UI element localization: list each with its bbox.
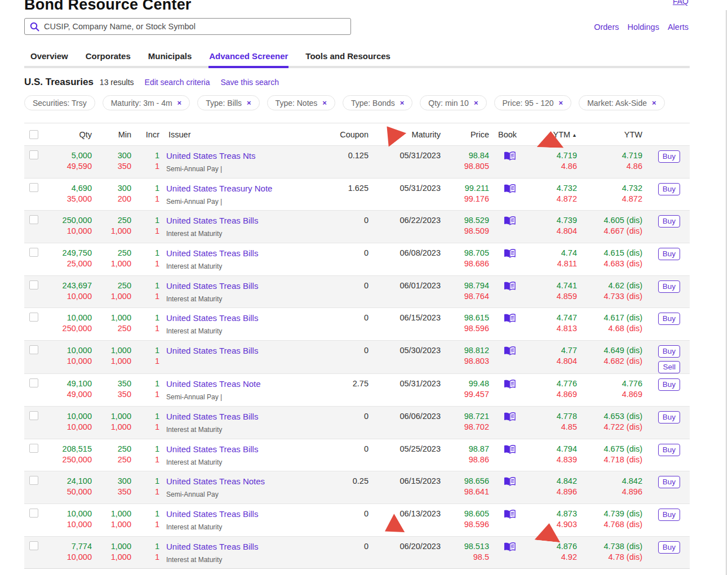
issuer-subtext: Interest at Maturity xyxy=(166,457,325,468)
row-checkbox[interactable] xyxy=(29,378,38,387)
row-checkbox[interactable] xyxy=(29,183,38,192)
issuer-subtext: Interest at Maturity xyxy=(166,555,325,565)
save-this-search-link[interactable]: Save this search xyxy=(220,78,279,87)
row-checkbox[interactable] xyxy=(29,411,38,420)
book-icon[interactable] xyxy=(504,151,516,161)
book-icon[interactable] xyxy=(504,281,516,291)
filter-chip: Maturity: 3m - 4m× xyxy=(103,95,190,110)
tab-advanced-screener[interactable]: Advanced Screener xyxy=(208,50,288,68)
edit-search-criteria-link[interactable]: Edit search criteria xyxy=(145,78,210,87)
buy-button[interactable]: Buy xyxy=(658,378,680,391)
nav-link-holdings[interactable]: Holdings xyxy=(628,23,659,32)
issuer-link[interactable]: United States Treas Bills xyxy=(166,248,258,258)
buy-button[interactable]: Buy xyxy=(658,509,680,521)
issuer-link[interactable]: United States Treas Bills xyxy=(166,215,258,226)
buy-button[interactable]: Buy xyxy=(658,248,680,260)
issuer-link[interactable]: United States Treasury Note xyxy=(166,183,272,194)
column-header-qty[interactable]: Qty xyxy=(43,130,97,139)
row-checkbox[interactable] xyxy=(29,150,38,159)
issuer-link[interactable]: United States Treas Bills xyxy=(166,313,258,323)
results-count: 13 results xyxy=(100,78,134,87)
nav-link-alerts[interactable]: Alerts xyxy=(668,23,689,32)
scrollbar[interactable] xyxy=(726,10,727,575)
sort-asc-icon: ▲ xyxy=(572,132,577,138)
buy-button[interactable]: Buy xyxy=(658,476,680,488)
filter-chip-bar: Securities: TrsyMaturity: 3m - 4m×Type: … xyxy=(24,95,665,110)
issuer-link[interactable]: United States Treas Bills xyxy=(166,541,258,552)
page-title: Bond Resource Center xyxy=(24,0,192,14)
buy-button[interactable]: Buy xyxy=(658,215,680,228)
row-checkbox[interactable] xyxy=(29,345,38,354)
faq-link[interactable]: FAQ xyxy=(673,0,689,6)
issuer-link[interactable]: United States Treas Notes xyxy=(166,476,265,487)
column-header-coupon[interactable]: Coupon xyxy=(325,130,374,139)
filter-chip: Type: Notes× xyxy=(267,95,335,110)
tab-tools-and-resources[interactable]: Tools and Resources xyxy=(305,50,391,66)
book-icon[interactable] xyxy=(504,248,516,258)
select-all-checkbox[interactable] xyxy=(29,130,38,139)
column-header-issuer[interactable]: Issuer xyxy=(165,130,325,139)
buy-button[interactable]: Buy xyxy=(658,280,680,293)
buy-button[interactable]: Buy xyxy=(658,313,680,325)
row-checkbox[interactable] xyxy=(29,509,38,518)
issuer-link[interactable]: United States Treas Bills xyxy=(166,509,258,519)
book-icon[interactable] xyxy=(504,346,516,356)
row-checkbox[interactable] xyxy=(29,280,38,289)
remove-filter-icon[interactable]: × xyxy=(322,99,327,107)
tab-bar: OverviewCorporatesMunicipalsAdvanced Scr… xyxy=(24,50,690,68)
issuer-link[interactable]: United States Treas Bills xyxy=(166,345,258,356)
buy-button[interactable]: Buy xyxy=(658,345,680,358)
row-checkbox[interactable] xyxy=(29,215,38,224)
column-header-book[interactable]: Book xyxy=(495,130,524,139)
book-icon[interactable] xyxy=(504,509,516,519)
tab-corporates[interactable]: Corporates xyxy=(85,50,131,66)
issuer-link[interactable]: United States Treas Bills xyxy=(166,444,258,454)
row-checkbox[interactable] xyxy=(29,444,38,453)
search-input[interactable] xyxy=(44,22,345,31)
table-row: 4,69035,00030020011United States Treasur… xyxy=(24,178,690,211)
buy-button[interactable]: Buy xyxy=(658,444,680,456)
book-icon[interactable] xyxy=(504,412,516,422)
book-icon[interactable] xyxy=(504,379,516,389)
column-header-incr[interactable]: Incr xyxy=(137,130,165,139)
buy-button[interactable]: Buy xyxy=(658,541,680,554)
remove-filter-icon[interactable]: × xyxy=(652,99,656,107)
buy-button[interactable]: Buy xyxy=(658,183,680,195)
book-icon[interactable] xyxy=(504,444,516,454)
issuer-link[interactable]: United States Treas Nts xyxy=(166,150,255,161)
issuer-link[interactable]: United States Treas Bills xyxy=(166,280,258,291)
book-icon[interactable] xyxy=(504,476,516,487)
tab-overview[interactable]: Overview xyxy=(30,50,69,66)
remove-filter-icon[interactable]: × xyxy=(400,99,405,107)
column-header-min[interactable]: Min xyxy=(97,130,137,139)
row-checkbox[interactable] xyxy=(29,541,38,550)
sell-button[interactable]: Sell xyxy=(658,361,680,373)
book-icon[interactable] xyxy=(504,542,516,552)
column-header-maturity[interactable]: Maturity xyxy=(374,130,446,139)
issuer-subtext: Interest at Maturity xyxy=(166,294,325,305)
book-icon[interactable] xyxy=(504,216,516,226)
buy-button[interactable]: Buy xyxy=(658,150,680,163)
results-title: U.S. Treasuries xyxy=(24,77,94,88)
filter-chip: Market: Ask-Side× xyxy=(579,95,664,110)
issuer-link[interactable]: United States Treas Note xyxy=(166,378,261,389)
remove-filter-icon[interactable]: × xyxy=(559,99,563,107)
issuer-subtext: Interest at Maturity xyxy=(166,522,325,533)
row-checkbox[interactable] xyxy=(29,248,38,257)
row-checkbox[interactable] xyxy=(29,476,38,485)
book-icon[interactable] xyxy=(504,313,516,323)
nav-link-orders[interactable]: Orders xyxy=(594,23,619,32)
book-icon[interactable] xyxy=(504,184,516,194)
tab-municipals[interactable]: Municipals xyxy=(148,50,193,66)
column-header-ytw[interactable]: YTW xyxy=(583,130,648,139)
issuer-subtext: Interest at Maturity xyxy=(166,425,325,435)
remove-filter-icon[interactable]: × xyxy=(177,99,182,107)
row-checkbox[interactable] xyxy=(29,313,38,322)
remove-filter-icon[interactable]: × xyxy=(474,99,478,107)
column-header-price[interactable]: Price xyxy=(446,130,495,139)
search-icon xyxy=(30,22,39,32)
issuer-link[interactable]: United States Treas Bills xyxy=(166,411,258,422)
remove-filter-icon[interactable]: × xyxy=(247,99,251,107)
table-row: 24,10050,00030035011United States Treas … xyxy=(24,471,690,503)
buy-button[interactable]: Buy xyxy=(658,411,680,424)
